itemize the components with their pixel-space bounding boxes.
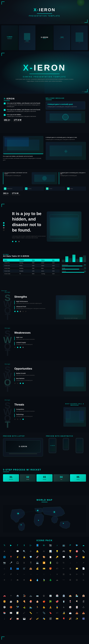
icon-envelope: 📩 xyxy=(68,611,72,615)
icon-pin: 📍 xyxy=(9,555,13,559)
icon-bird: 🐦 xyxy=(75,543,79,547)
misc-icons-row-3: ⚽ 🏀 🎾 ⛳ 🏊 🏃 💪 🧘 🥇 ♟ 🎲 🃏 🕹 xyxy=(2,605,87,609)
welcome-box-title-1: A delayed game is eventually good. xyxy=(48,104,84,105)
phone-2 xyxy=(63,438,69,450)
icon-monitor: 🖥 xyxy=(22,561,26,565)
icon-power: ⏻ xyxy=(55,561,59,565)
icon-bell: 🔔 xyxy=(35,549,39,554)
icon-refresh: ↻ xyxy=(62,561,66,565)
icon-menu: ≡ xyxy=(55,572,59,576)
ui-icons-row-3: 📷 🎤 🎧 🖥 📱 💻 📶 🔋 ⏻ ↻ ↓ ↑ ↗ xyxy=(2,561,87,565)
icon-car: 🚗 xyxy=(2,594,6,598)
icon-cart: 🛒 xyxy=(22,566,26,570)
table-col: All Data All Data Table Of X-IERON Name … xyxy=(3,254,60,286)
icon-infinity: ∞ xyxy=(81,578,86,582)
misc-icons-row-2: 🍔 ☕ 🍺 🍕 🍣 🎂 🍎 🥦 🥩 🥤 🍷 🍳 🍴 xyxy=(2,599,87,604)
thumbnail-4: X-IERON Features content xyxy=(54,25,70,50)
step-3: 03 Develop xyxy=(36,474,52,482)
icon-run: 🏃 xyxy=(35,605,39,609)
icon-arrow-u: ↑ xyxy=(42,572,46,576)
quote-body: Lorem ipsum dolor sit amet, consectetur … xyxy=(12,235,47,239)
slide-worldmap: World Map xyxy=(0,496,89,537)
svg-point-8 xyxy=(38,520,39,521)
icon-gym: 💪 xyxy=(42,605,46,609)
icon-tv: 📺 xyxy=(62,543,66,547)
icon-info: ℹ xyxy=(22,543,26,547)
icon-feature-3: 🏆 Awards xyxy=(45,186,65,191)
table-header-date: Date xyxy=(51,259,60,262)
swot-w-dots xyxy=(14,347,86,348)
icon-dice: 🎲 xyxy=(68,605,72,609)
stat-2-label: Revenue Generated xyxy=(14,121,22,122)
easy-access-title: Easy access call & message xyxy=(63,403,86,406)
icon-home: ⌂ xyxy=(2,566,6,570)
icon-bus: 🚌 xyxy=(35,594,39,598)
icon-search: 🔍 xyxy=(22,549,26,554)
icon-chat: 💬 xyxy=(16,549,20,554)
table-header-val: Value xyxy=(31,259,40,262)
icon-cards: 🃏 xyxy=(75,605,79,609)
feat1-text: It is a joy to be hidden, and disaster n… xyxy=(3,158,44,161)
icon-sparkle: ✨ xyxy=(75,616,79,621)
swot-str-img: Easy access call & message xyxy=(56,295,86,320)
swot-str-image: Easy access call & message xyxy=(56,292,86,322)
icon-violin: 🎻 xyxy=(29,616,33,621)
icon-mountain: ⛰ xyxy=(55,578,59,582)
icon-bubble: 💬 xyxy=(62,555,66,559)
slide-swot-strengths: Design Design S W O T Strengths High Per… xyxy=(0,288,89,324)
step-5: 05 Launch xyxy=(70,474,86,482)
slide-hero: X-IERON Gaming Presentation Template Lor… xyxy=(0,51,89,94)
icon-grid: ⊞ xyxy=(62,572,66,576)
slide-process: 5-Step Process w/ Rocket 01 Research 02 … xyxy=(0,466,89,496)
worldmap-title: World Map xyxy=(3,499,86,501)
icon-trash: 🗑 xyxy=(68,566,72,570)
icon-feature-4: ⭐ Rating xyxy=(66,186,86,191)
icon-pen: 🖊 xyxy=(22,611,26,615)
quote-content: It is a joy to be hidden, and disaster n… xyxy=(8,211,47,242)
icon-moon: ☽ xyxy=(9,578,13,582)
progress-1: Performance85% xyxy=(62,264,86,266)
icon-hotel: 🏨 xyxy=(81,594,86,598)
three-feat-1-title: It is a joy to be hidden, and disaster n… xyxy=(4,172,30,174)
features-col-2: A delayed game is eventually good, a bad… xyxy=(46,136,86,166)
icon-battery: 🔋 xyxy=(48,561,53,565)
icon-camera: 📷 xyxy=(2,561,6,565)
slide-swot-opportunities: Design S W O T Opportunities Market Grow… xyxy=(0,360,89,396)
cover-brand-name: X-IERON xyxy=(29,8,60,12)
icon-game: 🎮 xyxy=(62,549,66,554)
icon-golf: ⛳ xyxy=(22,605,26,609)
icon-music-note: ♩ xyxy=(2,616,6,621)
icon-building: 🏢 xyxy=(48,594,53,598)
table-row: X-Ieron LiteMobile230KActive2023 xyxy=(3,264,60,267)
icon-upload: ↑ xyxy=(75,561,79,565)
stat-1-label: Projects Done xyxy=(4,121,10,122)
thumbnail-5: Stats xyxy=(71,25,88,50)
table-header-name: Name xyxy=(3,259,18,262)
welcome-title: Welcome Message xyxy=(46,98,86,99)
icon-road: 🛣 xyxy=(42,594,46,598)
stat-1-value: 162.1+ xyxy=(4,119,10,121)
icon-vimeo: ▶ xyxy=(9,543,13,547)
icon-arrow-l: ← xyxy=(35,572,39,576)
icon-kitchen: 🍳 xyxy=(75,599,79,604)
feat2-text: A delayed game is eventually good, a bad… xyxy=(46,139,86,140)
table-subtitle: All Data xyxy=(3,254,29,255)
swot-w-item-1: High Cost Lorem ipsum dolor sit amet con… xyxy=(14,337,86,340)
icon-facebook: 𝕗 xyxy=(16,543,20,547)
icon-paperclip: 📎 xyxy=(42,611,46,615)
icon-mobile: 📱 xyxy=(29,561,33,565)
features-col-1: It is a joy to be hidden, and disaster n… xyxy=(3,136,44,166)
icon-tennis: 🎾 xyxy=(16,605,20,609)
icon-card: 💳 xyxy=(42,566,46,570)
icon-peace: ☮ xyxy=(75,578,79,582)
swot-t-item-1: Competition Lorem ipsum dolor sit amet c… xyxy=(14,408,61,412)
step-3-num: 03 xyxy=(37,476,52,478)
slide-thanks-small: THANK'S THANK'S Gaming Presentation Temp… xyxy=(0,635,89,644)
icons-title: Icons Pack xyxy=(2,539,87,542)
slide-quote: It is a joy to be hidden, and disaster n… xyxy=(0,202,89,251)
step-3-label: Develop xyxy=(37,479,52,480)
progress-2: Design72% xyxy=(62,268,86,270)
hero-date: Intro 2023 xyxy=(82,91,87,92)
icon-heart: ♡ xyxy=(9,549,13,554)
icon-tree: 🌲 xyxy=(48,578,53,582)
